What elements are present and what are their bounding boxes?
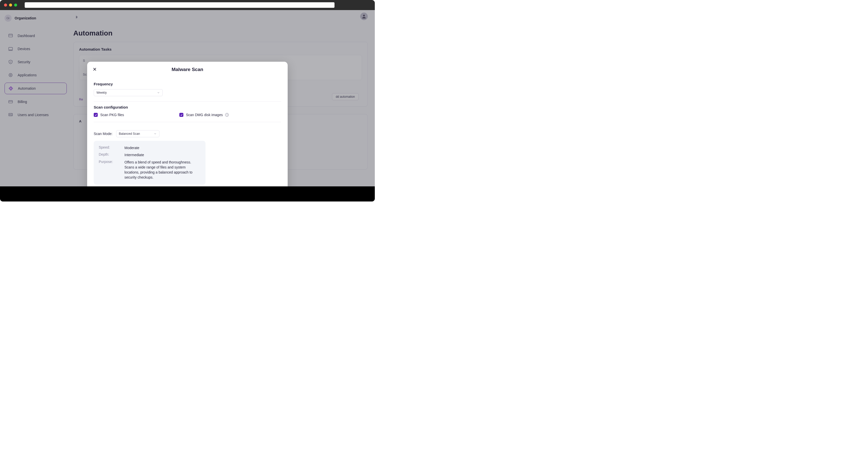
info-icon[interactable]: i — [225, 113, 229, 117]
app-shell: Or Organization Dashboard Devices — [0, 10, 375, 201]
title-bar — [0, 0, 375, 10]
checkbox-label: Scan PKG files — [100, 113, 124, 117]
browser-window: Or Organization Dashboard Devices — [0, 0, 375, 201]
frequency-value: Weekly — [96, 91, 107, 94]
maximize-window-button[interactable] — [14, 3, 17, 6]
close-window-button[interactable] — [4, 3, 7, 6]
modal-title: Malware Scan — [172, 67, 203, 72]
modal-header: Malware Scan — [87, 62, 288, 77]
frequency-select[interactable]: Weekly — [94, 89, 163, 96]
scan-mode-value: Balanced Scan — [119, 132, 140, 135]
depth-key: Depth: — [99, 152, 122, 157]
frequency-label: Frequency — [94, 82, 281, 86]
scan-mode-section: Scan Mode: Balanced Scan Speed: Moderate — [94, 122, 281, 190]
purpose-key: Purpose: — [99, 160, 122, 180]
scan-mode-select[interactable]: Balanced Scan — [116, 130, 159, 137]
modal-footer: Apply — [87, 190, 288, 201]
scan-mode-details: Speed: Moderate Depth: Intermediate Purp… — [94, 141, 206, 185]
purpose-value: Offers a blend of speed and thoroughness… — [124, 160, 200, 180]
scan-dmg-checkbox[interactable]: Scan DMG disk images i — [179, 113, 229, 117]
chevron-down-icon — [157, 91, 160, 94]
depth-value: Intermediate — [124, 152, 200, 157]
speed-value: Moderate — [124, 145, 200, 150]
checkmark-icon — [94, 113, 98, 117]
speed-key: Speed: — [99, 145, 122, 150]
address-bar[interactable] — [25, 2, 335, 8]
frequency-section: Frequency Weekly — [94, 78, 281, 101]
scan-config-label: Scan configuration — [94, 105, 281, 109]
window-controls — [4, 3, 17, 6]
scan-mode-label: Scan Mode: — [94, 132, 113, 136]
scan-config-section: Scan configuration Scan PKG files — [94, 101, 281, 122]
malware-scan-modal: Malware Scan Frequency Weekly Scan confi… — [87, 62, 288, 201]
chevron-down-icon — [154, 132, 157, 135]
minimize-window-button[interactable] — [9, 3, 12, 6]
checkbox-label: Scan DMG disk images — [186, 113, 223, 117]
close-modal-button[interactable] — [92, 66, 98, 72]
apply-button[interactable]: Apply — [263, 194, 283, 201]
scan-pkg-checkbox[interactable]: Scan PKG files — [94, 113, 124, 117]
checkmark-icon — [179, 113, 183, 117]
